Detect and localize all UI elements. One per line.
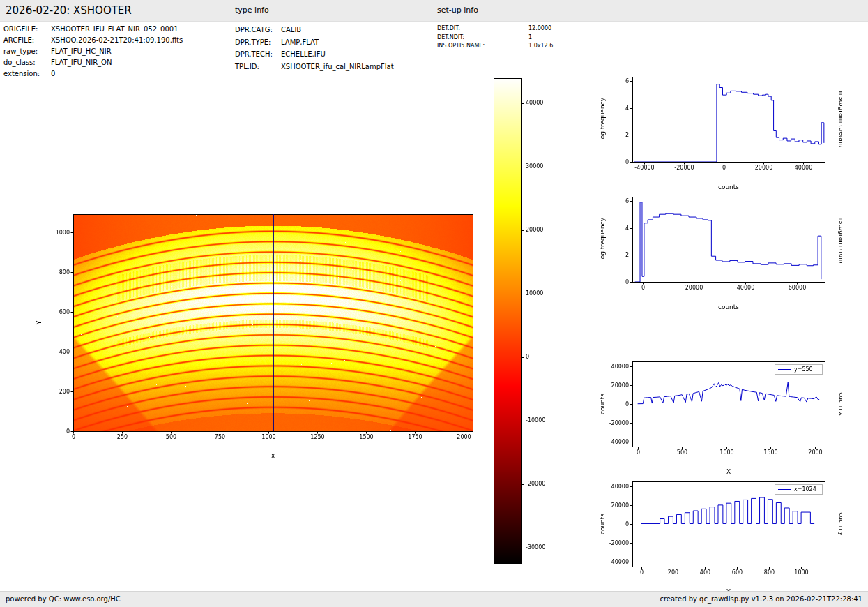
info-value: 12.0000 [528, 25, 551, 31]
info-value: 1.0x12.6 [528, 43, 553, 49]
info-row: DET.DIT:12.0000 [437, 24, 553, 33]
raw-frame-image-plot [35, 207, 488, 462]
setup-info-heading: set-up info [437, 0, 478, 21]
info-label: raw_type: [3, 46, 51, 57]
cut-in-y-plot [598, 474, 842, 597]
info-row: extension:0 [3, 68, 183, 80]
info-label: TPL.ID: [235, 61, 281, 73]
type-info-heading: type info [235, 0, 269, 21]
footer-left-text: powered by QC: www.eso.org/HC [6, 592, 121, 607]
info-label: DPR.CATG: [235, 24, 281, 36]
file-info-block: ORIGFILE:XSHOOTER_IFU_FLAT_NIR_052_0001 … [3, 24, 183, 80]
footer-right-text: created by qc_rawdisp.py v1.2.3 on 2026-… [660, 592, 862, 607]
info-label: INS.OPTI5.NAME: [437, 42, 528, 51]
setup-info-block: DET.DIT:12.0000 DET.NDIT:1 INS.OPTI5.NAM… [437, 24, 553, 51]
info-row: TPL.ID:XSHOOTER_ifu_cal_NIRLampFlat [235, 61, 394, 73]
colorbar [488, 72, 558, 569]
info-row: do_class:FLAT_IFU_NIR_ON [3, 57, 183, 68]
info-value: 1 [528, 34, 532, 40]
footer-bar: powered by QC: www.eso.org/HC created by… [0, 591, 868, 607]
info-value: XSHOOTER_IFU_FLAT_NIR_052_0001 [51, 25, 178, 33]
info-row: DPR.CATG:CALIB [235, 24, 394, 36]
info-label: DPR.TECH: [235, 48, 281, 61]
info-value: XSHOO.2026-02-21T20:41:09.190.fits [51, 36, 183, 44]
type-info-block: DPR.CATG:CALIB DPR.TYPE:LAMP,FLAT DPR.TE… [235, 24, 394, 73]
info-label: ORIGFILE: [3, 24, 51, 35]
info-row: ORIGFILE:XSHOOTER_IFU_FLAT_NIR_052_0001 [3, 24, 183, 35]
info-value: CALIB [281, 26, 301, 33]
info-label: DPR.TYPE: [235, 36, 281, 49]
info-value: FLAT_IFU_HC_NIR [51, 47, 112, 55]
info-row: DET.NDIT:1 [437, 33, 553, 43]
info-row: ARCFILE:XSHOO.2026-02-21T20:41:09.190.fi… [3, 35, 183, 46]
info-value: XSHOOTER_ifu_cal_NIRLampFlat [281, 63, 394, 70]
histogram-full-plot [598, 190, 842, 313]
info-row: DPR.TECH:ECHELLE,IFU [235, 48, 394, 61]
info-label: DET.DIT: [437, 24, 528, 33]
info-value: 0 [51, 70, 55, 77]
info-label: ARCFILE: [3, 35, 51, 46]
info-label: DET.NDIT: [437, 33, 528, 43]
histogram-detail-plot [598, 70, 842, 193]
cut-in-x-plot [598, 354, 842, 477]
info-row: raw_type:FLAT_IFU_HC_NIR [3, 46, 183, 57]
info-label: do_class: [3, 57, 51, 68]
info-value: FLAT_IFU_NIR_ON [51, 59, 112, 66]
info-value: LAMP,FLAT [281, 38, 319, 46]
info-row: INS.OPTI5.NAME:1.0x12.6 [437, 42, 553, 51]
info-value: ECHELLE,IFU [281, 50, 326, 58]
header-bar: 2026-02-20: XSHOOTER type info set-up in… [0, 0, 868, 22]
page-title: 2026-02-20: XSHOOTER [6, 0, 132, 21]
info-row: DPR.TYPE:LAMP,FLAT [235, 36, 394, 49]
info-label: extension: [3, 68, 51, 80]
